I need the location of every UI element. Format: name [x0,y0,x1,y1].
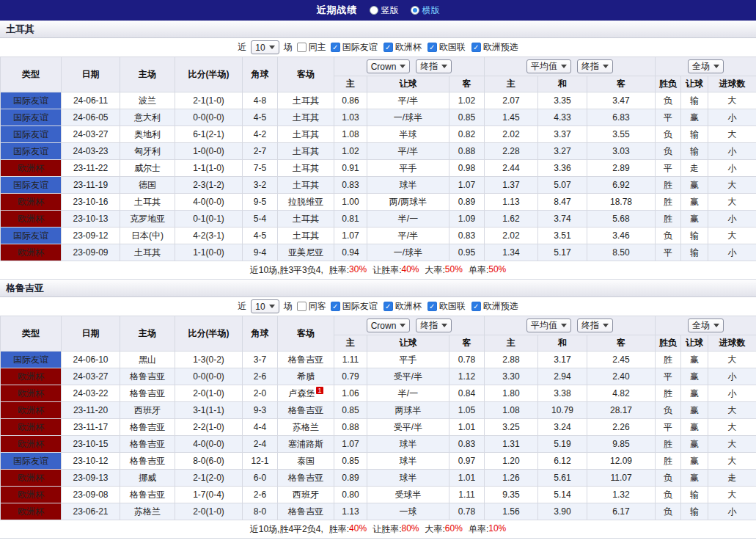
match-score[interactable]: 8-0(6-0) [175,453,243,470]
home-team[interactable]: 土耳其 [120,194,175,211]
match-score[interactable]: 4-0(0-0) [175,436,243,453]
home-team[interactable]: 克罗地亚 [120,211,175,228]
competition-filter[interactable]: 欧洲预选 [471,300,518,313]
result-wdl: 负 [656,487,681,503]
home-team[interactable]: 日本(中) [120,228,175,244]
average-odds-group-header: 平均值 终指 [485,57,656,76]
recent-count-select[interactable]: 10 [251,299,279,313]
home-team[interactable]: 西班牙 [120,402,175,419]
chevron-down-icon [603,324,609,327]
match-score[interactable]: 1-3(0-2) [175,352,243,368]
match-date: 23-09-13 [62,470,120,487]
average-odds-select[interactable]: 平均值 [526,318,571,332]
home-team[interactable]: 土耳其 [120,244,175,261]
match-score[interactable]: 1-0(0-0) [175,143,243,160]
layout-radio-vertical[interactable]: 竖版 [370,4,399,17]
home-team[interactable]: 威尔士 [120,160,175,177]
match-score[interactable]: 2-1(1-0) [175,92,243,109]
away-team[interactable]: 卢森堡1 [278,385,334,402]
match-score[interactable]: 2-2(1-0) [175,419,243,436]
away-team[interactable]: 塞浦路斯 [278,436,334,453]
away-team[interactable]: 土耳其 [278,92,334,109]
result-goals: 大 [708,453,756,470]
match-score[interactable]: 1-7(0-4) [175,487,243,503]
home-team[interactable]: 挪威 [120,470,175,487]
match-score[interactable]: 0-0(0-0) [175,109,243,126]
home-team[interactable]: 格鲁吉亚 [120,453,175,470]
away-team[interactable]: 格鲁吉亚 [278,352,334,368]
match-scope-select[interactable]: 全场 [688,318,724,332]
final-odds-select[interactable]: 终指 [416,318,452,332]
away-team[interactable]: 土耳其 [278,126,334,143]
layout-radio-horizontal[interactable]: 横版 [411,4,440,17]
match-score[interactable]: 4-2(3-1) [175,228,243,244]
competition-filter[interactable]: 欧国联 [427,41,466,54]
final-odds-select[interactable]: 终指 [416,59,452,73]
avg-home-odds: 1.56 [485,503,538,520]
avg-draw-odds: 3.35 [538,92,587,109]
match-score[interactable]: 4-0(0-0) [175,194,243,211]
away-team[interactable]: 格鲁吉亚 [278,503,334,520]
home-team[interactable]: 波兰 [120,92,175,109]
competition-filter[interactable]: 国际友谊 [331,41,378,54]
match-score[interactable]: 2-0(1-0) [175,503,243,520]
home-team[interactable]: 格鲁吉亚 [120,368,175,385]
handicap-line: 半球 [367,126,449,143]
home-team[interactable]: 苏格兰 [120,503,175,520]
chevron-down-icon [400,65,405,68]
home-team[interactable]: 格鲁吉亚 [120,487,175,503]
final-odds-select-2[interactable]: 终指 [577,59,613,73]
result-handicap: 赢 [681,385,708,402]
match-scope-select[interactable]: 全场 [688,59,724,73]
handicap-away-odds: 0.85 [449,109,485,126]
competition-filter[interactable]: 欧洲杯 [383,41,422,54]
match-score[interactable]: 2-1(2-0) [175,470,243,487]
home-team[interactable]: 奥地利 [120,126,175,143]
away-team[interactable]: 土耳其 [278,160,334,177]
away-team[interactable]: 格鲁吉亚 [278,402,334,419]
same-venue-filter[interactable]: 同客 [297,300,326,313]
match-score[interactable]: 2-3(1-2) [175,177,243,194]
match-score[interactable]: 2-0(1-0) [175,385,243,402]
match-score[interactable]: 0-1(0-1) [175,211,243,228]
same-venue-filter[interactable]: 同主 [297,41,326,54]
home-team[interactable]: 德国 [120,177,175,194]
home-team[interactable]: 意大利 [120,109,175,126]
away-team[interactable]: 土耳其 [278,177,334,194]
away-team[interactable]: 泰国 [278,453,334,470]
average-odds-select[interactable]: 平均值 [526,59,571,73]
away-team[interactable]: 土耳其 [278,228,334,244]
recent-count-select[interactable]: 10 [251,40,279,54]
result-wdl: 胜 [656,211,681,228]
page-title: 近期战绩 [317,4,358,17]
summary-stat: 让胜率:80% [373,523,419,536]
away-team[interactable]: 拉脱维亚 [278,194,334,211]
bookmaker-select[interactable]: Crown [367,318,411,332]
match-score[interactable]: 6-1(2-1) [175,126,243,143]
match-score[interactable]: 0-0(0-0) [175,368,243,385]
away-team[interactable]: 亚美尼亚 [278,244,334,261]
away-team[interactable]: 土耳其 [278,109,334,126]
competition-filter[interactable]: 国际友谊 [331,300,378,313]
home-team[interactable]: 匈牙利 [120,143,175,160]
competition-filter[interactable]: 欧国联 [427,300,466,313]
away-team[interactable]: 希腊 [278,368,334,385]
away-team[interactable]: 土耳其 [278,211,334,228]
home-team[interactable]: 格鲁吉亚 [120,436,175,453]
chevron-down-icon [441,65,447,68]
bookmaker-select[interactable]: Crown [367,59,411,73]
competition-filter[interactable]: 欧洲预选 [471,41,518,54]
match-score[interactable]: 3-1(1-1) [175,402,243,419]
competition-filter[interactable]: 欧洲杯 [383,300,422,313]
home-team[interactable]: 格鲁吉亚 [120,385,175,402]
away-team[interactable]: 土耳其 [278,143,334,160]
home-team[interactable]: 格鲁吉亚 [120,419,175,436]
final-odds-select-2[interactable]: 终指 [577,318,613,332]
away-team[interactable]: 格鲁吉亚 [278,470,334,487]
away-team[interactable]: 苏格兰 [278,419,334,436]
away-team[interactable]: 西班牙 [278,487,334,503]
avg-away-odds: 3.46 [587,228,656,244]
match-score[interactable]: 1-1(1-0) [175,160,243,177]
match-score[interactable]: 1-1(0-0) [175,244,243,261]
home-team[interactable]: 黑山 [120,352,175,368]
